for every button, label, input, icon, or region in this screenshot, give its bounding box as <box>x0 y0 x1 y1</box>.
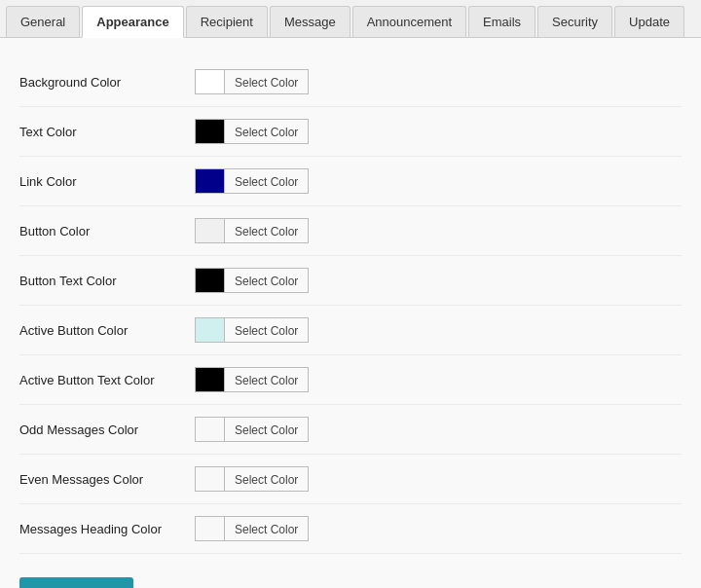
content-area: Background ColorSelect ColorText ColorSe… <box>0 38 701 588</box>
label-background-color: Background Color <box>19 75 195 90</box>
label-active-button-color: Active Button Color <box>19 323 195 338</box>
color-swatch-text-color[interactable] <box>195 119 224 144</box>
color-picker-odd-messages-color: Select Color <box>195 417 309 442</box>
color-picker-button-text-color: Select Color <box>195 268 309 293</box>
field-row-button-text-color: Button Text ColorSelect Color <box>19 256 682 306</box>
tab-general[interactable]: General <box>6 6 80 37</box>
save-changes-button[interactable]: Save Changes <box>19 577 133 588</box>
fields-container: Background ColorSelect ColorText ColorSe… <box>19 57 682 554</box>
field-row-odd-messages-color: Odd Messages ColorSelect Color <box>19 405 682 455</box>
color-swatch-button-color[interactable] <box>195 218 224 243</box>
field-row-active-button-text-color: Active Button Text ColorSelect Color <box>19 355 682 405</box>
color-swatch-even-messages-color[interactable] <box>195 466 224 492</box>
tab-message[interactable]: Message <box>270 6 350 37</box>
color-swatch-odd-messages-color[interactable] <box>195 417 224 442</box>
color-swatch-active-button-text-color[interactable] <box>195 367 224 392</box>
color-swatch-background-color[interactable] <box>195 69 224 94</box>
color-picker-messages-heading-color: Select Color <box>195 516 309 541</box>
tab-security[interactable]: Security <box>537 6 612 37</box>
color-swatch-button-text-color[interactable] <box>195 268 224 293</box>
color-picker-active-button-color: Select Color <box>195 317 309 343</box>
select-color-button-messages-heading-color[interactable]: Select Color <box>224 516 309 541</box>
color-picker-active-button-text-color: Select Color <box>195 367 309 392</box>
select-color-button-background-color[interactable]: Select Color <box>224 69 309 94</box>
select-color-button-button-color[interactable]: Select Color <box>224 218 309 243</box>
tab-update[interactable]: Update <box>614 6 684 37</box>
field-row-messages-heading-color: Messages Heading ColorSelect Color <box>19 504 682 554</box>
label-active-button-text-color: Active Button Text Color <box>19 373 195 387</box>
field-row-active-button-color: Active Button ColorSelect Color <box>19 306 682 355</box>
label-button-color: Button Color <box>19 224 195 239</box>
field-row-link-color: Link ColorSelect Color <box>19 157 682 206</box>
color-swatch-messages-heading-color[interactable] <box>195 516 224 541</box>
field-row-even-messages-color: Even Messages ColorSelect Color <box>19 455 682 504</box>
label-even-messages-color: Even Messages Color <box>19 472 195 487</box>
color-swatch-active-button-color[interactable] <box>195 317 224 343</box>
tab-announcement[interactable]: Announcement <box>352 6 466 37</box>
color-picker-text-color: Select Color <box>195 119 309 144</box>
tabs-bar: GeneralAppearanceRecipientMessageAnnounc… <box>0 0 701 38</box>
select-color-button-button-text-color[interactable]: Select Color <box>224 268 309 293</box>
color-picker-even-messages-color: Select Color <box>195 466 309 492</box>
color-picker-link-color: Select Color <box>195 168 309 194</box>
tab-emails[interactable]: Emails <box>468 6 535 37</box>
label-messages-heading-color: Messages Heading Color <box>19 522 195 536</box>
label-button-text-color: Button Text Color <box>19 274 195 288</box>
color-picker-background-color: Select Color <box>195 69 309 94</box>
field-row-background-color: Background ColorSelect Color <box>19 57 682 107</box>
select-color-button-link-color[interactable]: Select Color <box>224 168 309 194</box>
select-color-button-text-color[interactable]: Select Color <box>224 119 309 144</box>
label-odd-messages-color: Odd Messages Color <box>19 423 195 437</box>
field-row-button-color: Button ColorSelect Color <box>19 206 682 256</box>
color-picker-button-color: Select Color <box>195 218 309 243</box>
color-swatch-link-color[interactable] <box>195 168 224 194</box>
field-row-text-color: Text ColorSelect Color <box>19 107 682 157</box>
label-link-color: Link Color <box>19 174 195 189</box>
select-color-button-active-button-text-color[interactable]: Select Color <box>224 367 309 392</box>
select-color-button-odd-messages-color[interactable]: Select Color <box>224 417 309 442</box>
tab-recipient[interactable]: Recipient <box>186 6 268 37</box>
tab-appearance[interactable]: Appearance <box>82 6 183 38</box>
select-color-button-active-button-color[interactable]: Select Color <box>224 317 309 343</box>
select-color-button-even-messages-color[interactable]: Select Color <box>224 466 309 492</box>
label-text-color: Text Color <box>19 125 195 139</box>
